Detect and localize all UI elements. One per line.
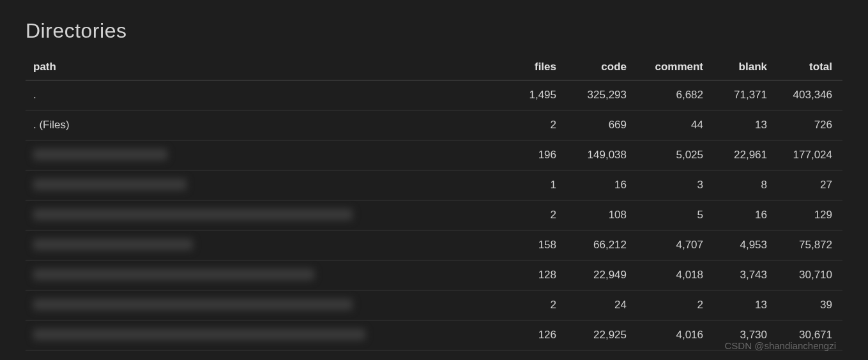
column-header-path[interactable]: path bbox=[26, 54, 504, 80]
directories-table: path files code comment blank total .1,4… bbox=[26, 54, 842, 350]
cell-total: 129 bbox=[772, 200, 842, 230]
cell-files: 128 bbox=[504, 260, 561, 290]
cell-blank: 71,371 bbox=[708, 80, 772, 110]
cell-total: 39 bbox=[772, 290, 842, 320]
table-row[interactable]: 12822,9494,0183,74330,710 bbox=[26, 260, 842, 290]
cell-total: 27 bbox=[772, 170, 842, 200]
table-row[interactable]: 2108516129 bbox=[26, 200, 842, 230]
cell-total: 726 bbox=[772, 110, 842, 140]
cell-path bbox=[26, 320, 504, 350]
watermark-text: CSDN @shandianchengzi bbox=[725, 340, 837, 351]
table-row[interactable]: 12622,9254,0163,73030,671 bbox=[26, 320, 842, 350]
cell-comment: 5,025 bbox=[632, 140, 708, 170]
cell-code: 24 bbox=[561, 290, 632, 320]
cell-path bbox=[26, 140, 504, 170]
cell-path: . bbox=[26, 80, 504, 110]
cell-code: 66,212 bbox=[561, 230, 632, 260]
cell-files: 158 bbox=[504, 230, 561, 260]
cell-files: 2 bbox=[504, 200, 561, 230]
cell-code: 108 bbox=[561, 200, 632, 230]
cell-files: 1,495 bbox=[504, 80, 561, 110]
table-row[interactable]: 15866,2124,7074,95375,872 bbox=[26, 230, 842, 260]
cell-comment: 4,016 bbox=[632, 320, 708, 350]
cell-comment: 2 bbox=[632, 290, 708, 320]
table-row[interactable]: . (Files)26694413726 bbox=[26, 110, 842, 140]
cell-comment: 5 bbox=[632, 200, 708, 230]
cell-code: 16 bbox=[561, 170, 632, 200]
column-header-total[interactable]: total bbox=[772, 54, 842, 80]
cell-path bbox=[26, 290, 504, 320]
cell-total: 75,872 bbox=[772, 230, 842, 260]
cell-path bbox=[26, 260, 504, 290]
cell-comment: 6,682 bbox=[632, 80, 708, 110]
cell-blank: 13 bbox=[708, 110, 772, 140]
table-header-row: path files code comment blank total bbox=[26, 54, 842, 80]
cell-comment: 44 bbox=[632, 110, 708, 140]
cell-code: 149,038 bbox=[561, 140, 632, 170]
table-row[interactable]: 196149,0385,02522,961177,024 bbox=[26, 140, 842, 170]
cell-total: 30,710 bbox=[772, 260, 842, 290]
cell-path bbox=[26, 170, 504, 200]
cell-path bbox=[26, 200, 504, 230]
cell-comment: 4,018 bbox=[632, 260, 708, 290]
cell-blank: 22,961 bbox=[708, 140, 772, 170]
cell-blank: 3,743 bbox=[708, 260, 772, 290]
column-header-comment[interactable]: comment bbox=[632, 54, 708, 80]
cell-comment: 3 bbox=[632, 170, 708, 200]
cell-files: 126 bbox=[504, 320, 561, 350]
cell-blank: 13 bbox=[708, 290, 772, 320]
cell-total: 177,024 bbox=[772, 140, 842, 170]
cell-code: 325,293 bbox=[561, 80, 632, 110]
column-header-files[interactable]: files bbox=[504, 54, 561, 80]
cell-files: 196 bbox=[504, 140, 561, 170]
cell-code: 669 bbox=[561, 110, 632, 140]
cell-total: 403,346 bbox=[772, 80, 842, 110]
cell-blank: 4,953 bbox=[708, 230, 772, 260]
table-row[interactable]: 22421339 bbox=[26, 290, 842, 320]
cell-files: 1 bbox=[504, 170, 561, 200]
column-header-blank[interactable]: blank bbox=[708, 54, 772, 80]
cell-files: 2 bbox=[504, 290, 561, 320]
column-header-code[interactable]: code bbox=[561, 54, 632, 80]
cell-files: 2 bbox=[504, 110, 561, 140]
cell-comment: 4,707 bbox=[632, 230, 708, 260]
table-row[interactable]: .1,495325,2936,68271,371403,346 bbox=[26, 80, 842, 110]
cell-code: 22,925 bbox=[561, 320, 632, 350]
cell-path: . (Files) bbox=[26, 110, 504, 140]
page-title: Directories bbox=[26, 19, 842, 43]
cell-blank: 8 bbox=[708, 170, 772, 200]
table-row[interactable]: 1163827 bbox=[26, 170, 842, 200]
cell-blank: 16 bbox=[708, 200, 772, 230]
cell-path bbox=[26, 230, 504, 260]
cell-code: 22,949 bbox=[561, 260, 632, 290]
